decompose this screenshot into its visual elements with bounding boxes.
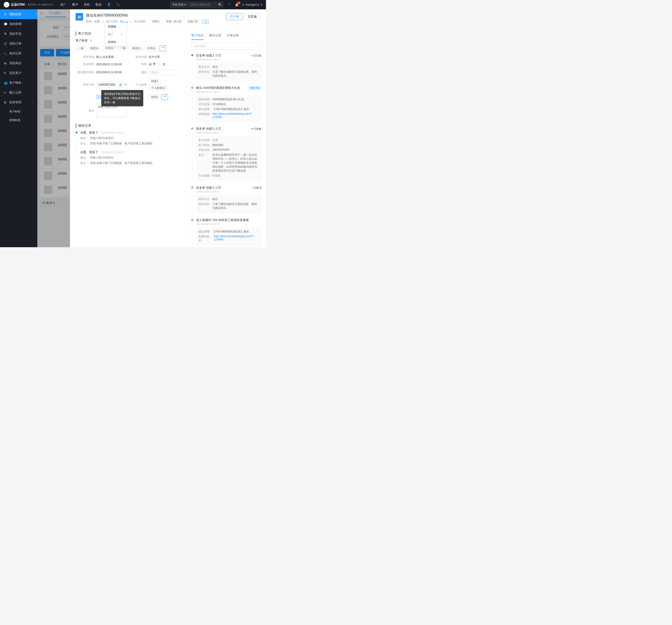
info-grid: 获客来源 线上-北京昱新 好友来源 名片分享 添加时间 2021/09/10 1… <box>76 55 181 118</box>
search-input[interactable] <box>188 3 216 6</box>
label-source: 获客来源 <box>76 55 94 59</box>
sidebar-item-lost[interactable]: ↻流失客户 <box>0 68 37 78</box>
deposit-button[interactable]: 交定金 <box>244 13 260 20</box>
tag[interactable]: 中意向 <box>145 46 158 51</box>
tag-more[interactable]: +4 <box>160 46 166 51</box>
radio-male[interactable]: 男 <box>149 62 155 66</box>
section-customer-info: 客户信息 <box>76 31 181 36</box>
drawer-right: 客户动态 聊天记录 订单记录 全部动态⌄ 定金单 创建人小王 已完成 2020/… <box>187 28 266 247</box>
dropdown-item[interactable]: 俱保咏 <box>105 38 126 46</box>
tab-activity[interactable]: 客户动态 <box>191 31 203 40</box>
timeline-item: 查看详情 购买 4399理财课进阶课程大礼包 2021/01/30 01:38:… <box>191 86 261 122</box>
cloud-icon: ☁ <box>4 2 9 7</box>
check-icon: ✓ <box>121 33 123 36</box>
wechat-input[interactable] <box>149 70 177 75</box>
search-icon[interactable]: 🔍 <box>216 3 224 6</box>
val-last-chat: 2021/09/10 12:00:00 <box>96 71 128 74</box>
contacts-icon[interactable]: ⊞ <box>119 83 122 86</box>
flask-icon: ⚗ <box>4 32 7 36</box>
ptag[interactable]: 标签1 <box>149 94 161 100</box>
sidebar-item-calls[interactable]: 📞电话记录 <box>0 49 37 58</box>
log-item: 小王 更新了2021/01/30 01:38:27 微信：空值-13672182… <box>76 131 181 146</box>
gear-icon: ⚙ <box>4 101 7 104</box>
edit-icon[interactable]: ✎ <box>90 39 92 42</box>
tag[interactable]: 一般 <box>118 46 128 51</box>
notification-badge: 5 <box>237 2 241 4</box>
sidebar-sub-customer-tags[interactable]: 客户标签 <box>0 107 37 116</box>
activity-filter[interactable]: 全部动态⌄ <box>191 43 261 50</box>
radio-female[interactable]: 女 <box>159 62 165 66</box>
chevron-up-icon: ⌃ <box>32 101 33 104</box>
tag[interactable]: 中意向 <box>103 46 116 51</box>
drawer-body: 客户信息 客户标签 ✎ 一般 高意向 中意向 一般 高意向 中意向 +4 获客来… <box>70 28 266 247</box>
view-detail-button[interactable]: 查看详情 <box>248 86 261 90</box>
sidebar: ⏱我的好友 💬我的群聊 ⚗我的学员 🛒我的订单 📞电话记录 🛍我的商品 ↻流失客… <box>0 9 37 247</box>
val-add-time: 2021/09/10 12:00:00 <box>96 63 128 66</box>
phone-icon: 📞 <box>4 52 7 55</box>
group-tag[interactable]: 群聊一群大群 <box>165 19 183 24</box>
timeline-dot <box>191 128 193 129</box>
customer-drawer: 🏢 微信名称6789990000966 昵称：小王 | 客户经理：张三 ▴ | … <box>70 9 266 247</box>
timeline-card: 通过群聊【759-59班理财训练营】购买直播间链接：http://www.yun… <box>196 227 261 246</box>
dropdown-item[interactable]: 张三✓ <box>105 30 126 38</box>
ptag[interactable]: 个人标签12 <box>149 85 168 91</box>
chevron-down-icon: ⌄ <box>257 44 259 48</box>
tag[interactable]: 高意向 <box>88 46 101 51</box>
label-gender: 性别 <box>130 62 147 66</box>
link[interactable]: http://www.yunduoketang.com/?123456 <box>214 234 259 243</box>
sidebar-item-friends[interactable]: ⏱我的好友 <box>0 9 37 19</box>
tab-orders[interactable]: 订单记录 <box>227 31 239 40</box>
nav-promo[interactable]: 推广 <box>61 3 67 7</box>
group-more[interactable]: +4 <box>202 20 209 24</box>
group-tag[interactable]: 群聊三 <box>151 19 162 24</box>
tag[interactable]: 高意向 <box>130 46 143 51</box>
label-add-time: 添加时间 <box>76 62 94 66</box>
bag-icon: 🛍 <box>4 61 7 65</box>
sidebar-item-delete[interactable]: ✂删人记录 <box>0 88 37 98</box>
timeline-dot <box>76 151 77 153</box>
modification-log: 修改记录 小王 更新了2021/01/30 01:38:27 微信：空值-136… <box>76 124 181 165</box>
sidebar-item-students[interactable]: ⚗我的学员 <box>0 29 37 39</box>
phone-icon[interactable]: 📞 <box>116 3 120 7</box>
drawer-title: 微信名称6789990000966 <box>86 13 223 18</box>
timeline-dot <box>76 131 77 133</box>
user-menu[interactable]: manager11 ▾ <box>242 3 262 6</box>
ptag[interactable]: 标签1 <box>149 78 161 84</box>
users-icon: 👥 <box>4 81 7 85</box>
place-order-button[interactable]: 代下单 <box>226 13 242 20</box>
sidebar-item-orders[interactable]: 🛒我的订单 <box>0 39 37 49</box>
nav-data[interactable]: 数据 <box>95 3 101 7</box>
link[interactable]: http://www.yunduoketang.com/?123456 <box>212 112 259 119</box>
timeline-card: 跟单方式：电话跟单内容：只是了解在线教育方面的信息，暂时无购买意向。 <box>196 63 261 81</box>
notification-icon[interactable]: 🔔5 <box>235 3 239 6</box>
sidebar-item-products[interactable]: 🛍我的商品 <box>0 58 37 68</box>
sidebar-item-inherit[interactable]: 👥客户继承 <box>0 78 37 88</box>
sidebar-item-tags[interactable]: ⚙标签管理⌃ <box>0 98 37 107</box>
user-icon[interactable]: 👤 <box>107 3 111 7</box>
dropdown-item[interactable]: 师馨薇 <box>105 23 126 30</box>
group-tag[interactable]: 群聊六群 <box>186 19 199 24</box>
tab-chat[interactable]: 聊天记录 <box>209 31 221 40</box>
nav-customer[interactable]: 客户 <box>72 3 78 7</box>
activity-timeline: 定金单 创建人小王 已完成 2020/01/30 01:38:27 跟单方式：电… <box>191 53 261 247</box>
tag[interactable]: 一般 <box>76 46 86 51</box>
label-personal-tag: 个人标签 <box>130 83 147 87</box>
label-friend-source: 好友来源 <box>130 55 147 59</box>
label-last-chat: 最近聊天时间 <box>76 70 94 74</box>
timeline-item: 报名单 创建人小王 已失败 2020/01/30 01:38:27 客户经理：小… <box>191 127 261 181</box>
mobile-icon[interactable]: 📱 <box>227 3 231 6</box>
timeline-card: 课程名称：4399理财课进阶课大礼包已付款项：2218989元通过群聊【759-… <box>196 95 261 122</box>
search-type-select[interactable]: 手机号码 ▾ <box>170 3 188 7</box>
drawer-actions: 代下单 交定金 <box>226 13 260 20</box>
sidebar-item-groups[interactable]: 💬我的群聊 <box>0 19 37 29</box>
activity-tabs: 客户动态 聊天记录 订单记录 <box>191 31 261 40</box>
drawer-header: 🏢 微信名称6789990000966 昵称：小王 | 客户经理：张三 ▴ | … <box>70 9 266 28</box>
search-box: 手机号码 ▾ 🔍 <box>170 1 224 8</box>
ptag-more[interactable]: +4 <box>162 94 168 100</box>
sidebar-sub-group-tags[interactable]: 群聊标签 <box>0 116 37 125</box>
timeline-dot <box>191 87 193 89</box>
logo-text: 云朵CRM <box>11 3 25 7</box>
drawer-left: 客户信息 客户标签 ✎ 一般 高意向 中意向 一般 高意向 中意向 +4 获客来… <box>70 28 187 247</box>
nav-qc[interactable]: 质检 <box>84 3 90 7</box>
copy-icon[interactable]: ⎘ <box>125 83 127 86</box>
